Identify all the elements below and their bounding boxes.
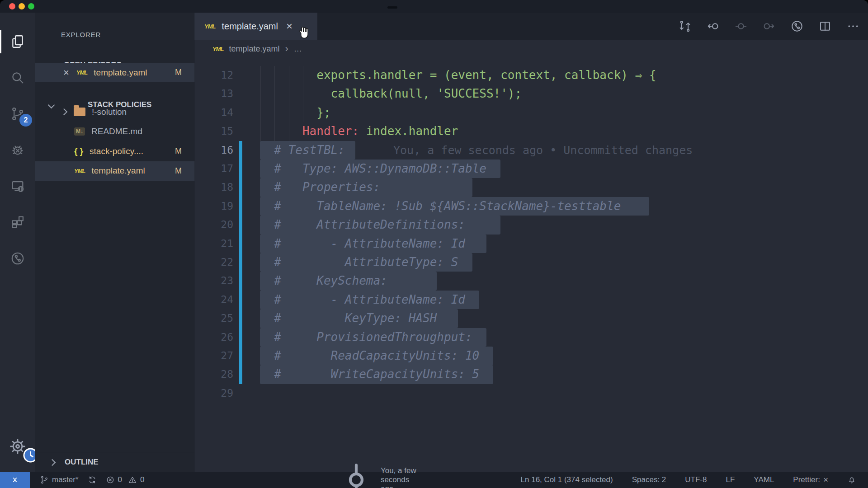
line-number[interactable]: 23 <box>194 272 233 290</box>
tab-template-yaml[interactable]: YML template.yaml × <box>194 13 317 40</box>
line-number[interactable]: 19 <box>194 197 233 216</box>
line-number[interactable]: 21 <box>194 235 233 253</box>
line-number[interactable]: 26 <box>194 328 233 347</box>
code-text: # AttributeDefinitions: <box>260 216 465 234</box>
activity-item-extensions[interactable] <box>0 204 35 240</box>
toolbar-gitlens-blame-button[interactable] <box>789 19 805 34</box>
line-number[interactable]: 15 <box>194 122 233 141</box>
line-number[interactable]: 12 <box>194 66 233 84</box>
file-row--solution[interactable]: !-solution <box>35 102 194 122</box>
code-line-26[interactable]: 26 # ProvisionedThroughput: <box>194 328 868 347</box>
code-line-19[interactable]: 19 # TableName: !Sub ${AWS::StackName}-t… <box>194 197 868 216</box>
breadcrumb-separator: › <box>285 43 288 55</box>
line-number[interactable]: 20 <box>194 216 233 234</box>
file-row-readme-md[interactable]: M↓README.md <box>35 122 194 141</box>
line-number[interactable]: 18 <box>194 178 233 197</box>
file-label: stack-policy.... <box>90 146 143 156</box>
title-bar <box>0 0 868 13</box>
file-row-template-yaml[interactable]: YMLtemplate.yamlM <box>35 161 194 181</box>
encoding-status[interactable]: UTF-8 <box>685 475 707 484</box>
macos-zoom-button[interactable] <box>28 3 34 9</box>
breadcrumb[interactable]: YML template.yaml › … <box>194 40 868 58</box>
breadcrumb-more[interactable]: … <box>294 44 302 54</box>
code-text: # TableName: !Sub ${AWS::StackName}-test… <box>260 197 621 216</box>
macos-minimize-button[interactable] <box>19 3 25 9</box>
toolbar-open-changes-button[interactable] <box>677 19 693 34</box>
code-text: Handler: index.handler <box>260 122 458 141</box>
line-number[interactable]: 17 <box>194 160 233 178</box>
code-line-13[interactable]: 13 callback(null, 'SUCCESS!'); <box>194 84 868 103</box>
code-line-24[interactable]: 24 # - AttributeName: Id <box>194 291 868 309</box>
code-line-12[interactable]: 12 exports.handler = (event, context, ca… <box>194 66 868 84</box>
line-number[interactable]: 28 <box>194 365 233 384</box>
line-number[interactable]: 25 <box>194 309 233 328</box>
activity-item-explorer[interactable] <box>0 23 35 60</box>
code-line-25[interactable]: 25 # KeyType: HASH <box>194 309 868 328</box>
close-editor-icon[interactable]: × <box>63 68 69 78</box>
yaml-file-icon: YML <box>74 168 85 174</box>
activity-item-run-debug[interactable] <box>0 132 35 168</box>
code-line-18[interactable]: 18 # Properties: <box>194 178 868 197</box>
yaml-file-icon: YML <box>212 46 223 52</box>
branch-label: master* <box>52 475 79 484</box>
line-number[interactable]: 27 <box>194 347 233 365</box>
code-text: # WriteCapacityUnits: 5 <box>260 365 479 384</box>
line-number[interactable]: 16 <box>194 141 233 160</box>
code-line-15[interactable]: 15 Handler: index.handler <box>194 122 868 141</box>
modified-badge: M <box>175 166 182 176</box>
git-branch-icon <box>40 475 49 484</box>
macos-close-button[interactable] <box>9 3 15 9</box>
problems-status[interactable]: 0 0 <box>106 475 145 484</box>
code-line-16[interactable]: 16 # TestTBL:You, a few seconds ago • Un… <box>194 141 868 160</box>
code-line-20[interactable]: 20 # AttributeDefinitions: <box>194 216 868 234</box>
language-mode-status[interactable]: YAML <box>754 475 774 484</box>
activity-item-remote-explorer[interactable] <box>0 168 35 204</box>
indentation-status[interactable]: Spaces: 2 <box>632 475 666 484</box>
vscode-window: 2 EXPLORER OPEN EDITORS ×YMLtemplate.yam… <box>0 0 868 488</box>
code-line-29[interactable]: 29 <box>194 384 868 403</box>
gutter-previous-icon <box>706 19 720 33</box>
tab-label: template.yaml <box>222 21 278 32</box>
code-text: exports.handler = (event, context, callb… <box>260 66 656 84</box>
code-line-21[interactable]: 21 # - AttributeName: Id <box>194 235 868 253</box>
code-line-28[interactable]: 28 # WriteCapacityUnits: 5 <box>194 365 868 384</box>
tab-close-icon[interactable]: × <box>286 20 292 33</box>
activity-item-search[interactable] <box>0 60 35 96</box>
line-number[interactable]: 29 <box>194 384 233 403</box>
extensions-icon <box>10 215 25 230</box>
line-number[interactable]: 13 <box>194 84 233 103</box>
file-row-stack-policy-[interactable]: { }stack-policy....M <box>35 141 194 161</box>
outline-section-header[interactable]: OUTLINE <box>35 452 194 472</box>
toolbar-split-editor-button[interactable] <box>817 19 833 34</box>
code-line-14[interactable]: 14 }; <box>194 103 868 122</box>
warning-count: 0 <box>140 475 144 484</box>
open-editor-template-yaml[interactable]: ×YMLtemplate.yamlM <box>35 63 194 82</box>
gitlens-blame-status[interactable]: You, a few seconds ago <box>335 472 420 488</box>
breadcrumb-file[interactable]: template.yaml <box>229 44 279 54</box>
code-text: # - AttributeName: Id <box>260 235 465 253</box>
markdown-file-icon: M↓ <box>74 127 85 136</box>
line-number[interactable]: 24 <box>194 291 233 309</box>
line-number[interactable]: 22 <box>194 253 233 272</box>
file-label: template.yaml <box>91 166 145 176</box>
code-text: callback(null, 'SUCCESS!'); <box>260 84 522 103</box>
activity-item-source-control[interactable]: 2 <box>0 96 35 132</box>
eol-status[interactable]: LF <box>726 475 735 484</box>
activity-item-gitlens[interactable] <box>0 240 35 277</box>
code-line-23[interactable]: 23 # KeySchema: <box>194 272 868 290</box>
toolbar-previous-change-button[interactable] <box>705 19 721 34</box>
cursor-position-status[interactable]: Ln 16, Col 1 (374 selected) <box>521 475 613 484</box>
git-branch-status[interactable]: master* <box>40 475 79 484</box>
prettier-status[interactable]: Prettier: × <box>793 475 828 485</box>
line-number[interactable]: 14 <box>194 103 233 122</box>
sync-button[interactable] <box>88 475 97 484</box>
toolbar-more-actions-button[interactable] <box>845 19 861 34</box>
search-icon <box>10 70 25 85</box>
notifications-bell[interactable] <box>847 475 856 484</box>
activity-bar: 2 <box>0 13 35 472</box>
code-editor[interactable]: 12 exports.handler = (event, context, ca… <box>194 58 868 472</box>
code-line-27[interactable]: 27 # ReadCapacityUnits: 10 <box>194 347 868 365</box>
remote-indicator[interactable] <box>0 472 30 488</box>
code-line-17[interactable]: 17 # Type: AWS::DynamoDB::Table <box>194 160 868 178</box>
code-line-22[interactable]: 22 # AttributeType: S <box>194 253 868 272</box>
